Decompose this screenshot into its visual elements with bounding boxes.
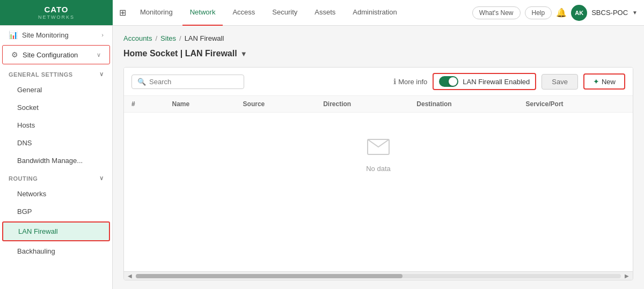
sidebar-label-site-configuration: Site Configuration bbox=[23, 51, 78, 59]
nav-security[interactable]: Security bbox=[265, 0, 305, 26]
toolbar-right: ℹ More info LAN Firewall Enabled Save ✦ … bbox=[393, 73, 625, 90]
nav-right: What's New Help 🔔 AK SBCS-POC ▼ bbox=[472, 5, 644, 21]
avatar: AK bbox=[571, 5, 587, 21]
col-number: # bbox=[124, 96, 165, 113]
site-config-icon: ⚙ bbox=[11, 50, 18, 59]
site-config-chevron-icon: ∨ bbox=[97, 51, 101, 58]
bell-icon[interactable]: 🔔 bbox=[556, 8, 567, 18]
breadcrumb-sites[interactable]: Sites bbox=[160, 34, 176, 42]
site-monitoring-chevron-icon: › bbox=[101, 32, 104, 38]
breadcrumb-sep-2: / bbox=[179, 34, 181, 42]
search-icon: 🔍 bbox=[137, 78, 146, 86]
top-nav: CATO NETWORKS ⊞ Monitoring Network Acces… bbox=[0, 0, 644, 26]
help-button[interactable]: Help bbox=[525, 6, 552, 19]
logo-name: CATO bbox=[38, 5, 75, 14]
sidebar-item-dns[interactable]: DNS bbox=[0, 134, 112, 152]
title-chevron-icon[interactable]: ▼ bbox=[240, 50, 247, 58]
sidebar-item-networks[interactable]: Networks bbox=[0, 185, 112, 203]
toggle-switch[interactable] bbox=[439, 76, 458, 87]
scroll-right-button[interactable]: ▶ bbox=[623, 273, 631, 279]
sidebar-item-site-configuration[interactable]: ⚙ Site Configuration ∨ bbox=[2, 45, 110, 64]
nav-items: Monitoring Network Access Security Asset… bbox=[133, 0, 472, 26]
toggle-label: LAN Firewall Enabled bbox=[463, 78, 530, 86]
col-destination: Destination bbox=[409, 96, 518, 113]
logo-area: CATO NETWORKS bbox=[0, 0, 113, 25]
search-input[interactable] bbox=[149, 78, 239, 86]
sidebar-item-general[interactable]: General bbox=[0, 81, 112, 99]
more-info-link[interactable]: ℹ More info bbox=[393, 77, 427, 86]
user-chevron-icon[interactable]: ▼ bbox=[632, 10, 638, 16]
breadcrumb: Accounts / Sites / LAN Firewall bbox=[123, 34, 633, 42]
sidebar-label-site-monitoring: Site Monitoring bbox=[22, 31, 69, 39]
sidebar: 📊 Site Monitoring › ⚙ Site Configuration… bbox=[0, 26, 113, 289]
col-source: Source bbox=[236, 96, 316, 113]
sidebar-item-bgp[interactable]: BGP bbox=[0, 203, 112, 220]
routing-header[interactable]: ROUTING ∨ bbox=[0, 169, 112, 185]
col-service-port: Service/Port bbox=[518, 96, 633, 113]
main-wrapper: 📊 Site Monitoring › ⚙ Site Configuration… bbox=[0, 26, 644, 289]
sidebar-item-site-monitoring[interactable]: 📊 Site Monitoring › bbox=[0, 26, 112, 44]
table-scroll[interactable]: # Name Source Direction Destination Serv… bbox=[124, 96, 633, 271]
save-button[interactable]: Save bbox=[541, 74, 578, 90]
scroll-thumb bbox=[136, 274, 402, 278]
toggle-wrapper[interactable]: LAN Firewall Enabled bbox=[433, 73, 536, 90]
no-data-area: No data bbox=[124, 113, 633, 194]
content-area: Accounts / Sites / LAN Firewall Home Soc… bbox=[113, 26, 644, 289]
nav-assets[interactable]: Assets bbox=[307, 0, 343, 26]
logo-sub: NETWORKS bbox=[38, 14, 75, 20]
sidebar-item-lan-firewall[interactable]: LAN Firewall bbox=[2, 221, 110, 241]
general-settings-header[interactable]: GENERAL SETTINGS ∨ bbox=[0, 65, 112, 81]
table-container: 🔍 ℹ More info LAN Firewall Enabled Save bbox=[123, 67, 633, 280]
scroll-track[interactable] bbox=[136, 274, 621, 278]
page-title-row: Home Socket | LAN Firewall ▼ bbox=[123, 49, 633, 58]
search-box[interactable]: 🔍 bbox=[131, 75, 244, 89]
general-settings-chevron-icon: ∨ bbox=[99, 71, 104, 78]
sidebar-item-hosts[interactable]: Hosts bbox=[0, 116, 112, 134]
new-button[interactable]: ✦ New bbox=[583, 73, 625, 90]
col-name: Name bbox=[165, 96, 236, 113]
more-info-icon: ℹ bbox=[393, 77, 396, 86]
scroll-left-button[interactable]: ◀ bbox=[126, 273, 134, 279]
grid-icon[interactable]: ⊞ bbox=[113, 8, 133, 18]
scrollbar-row: ◀ ▶ bbox=[124, 271, 633, 280]
no-data-text: No data bbox=[366, 165, 391, 173]
toggle-knob bbox=[449, 77, 457, 86]
breadcrumb-accounts[interactable]: Accounts bbox=[123, 34, 152, 42]
nav-monitoring[interactable]: Monitoring bbox=[133, 0, 180, 26]
data-table: # Name Source Direction Destination Serv… bbox=[124, 96, 633, 194]
whats-new-button[interactable]: What's New bbox=[472, 6, 521, 19]
user-name: SBCS-POC bbox=[591, 9, 628, 17]
nav-network[interactable]: Network bbox=[182, 0, 223, 26]
page-title: Home Socket | LAN Firewall bbox=[123, 49, 237, 58]
nav-administration[interactable]: Administration bbox=[345, 0, 404, 26]
routing-chevron-icon: ∨ bbox=[99, 175, 104, 182]
sidebar-item-bandwidth[interactable]: Bandwidth Manage... bbox=[0, 152, 112, 169]
col-direction: Direction bbox=[316, 96, 409, 113]
site-monitoring-icon: 📊 bbox=[9, 31, 18, 39]
sidebar-item-socket[interactable]: Socket bbox=[0, 99, 112, 116]
sidebar-item-backhauling[interactable]: Backhauling bbox=[0, 242, 112, 260]
no-data-icon bbox=[365, 134, 392, 160]
table-toolbar: 🔍 ℹ More info LAN Firewall Enabled Save bbox=[124, 68, 633, 96]
nav-access[interactable]: Access bbox=[225, 0, 262, 26]
plus-icon: ✦ bbox=[593, 77, 599, 86]
breadcrumb-current: LAN Firewall bbox=[185, 34, 224, 42]
breadcrumb-sep-1: / bbox=[155, 34, 157, 42]
